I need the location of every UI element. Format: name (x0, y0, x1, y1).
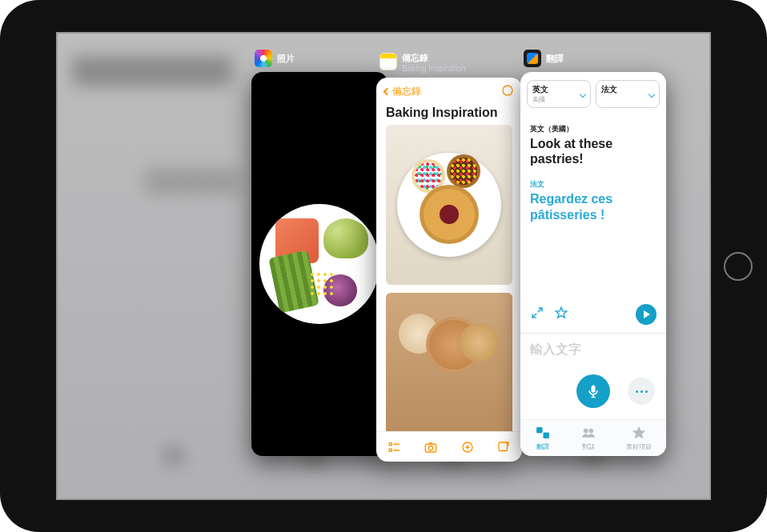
svg-rect-11 (544, 433, 549, 438)
notes-card-body[interactable]: 備忘錄 Baking Inspiration (376, 78, 522, 462)
svg-rect-10 (537, 427, 543, 433)
svg-point-13 (589, 429, 593, 433)
tab-label: 對話 (582, 442, 595, 451)
target-lang-label: 法文 (601, 84, 654, 95)
notes-app-icon (379, 53, 397, 70)
note-image-pastries (386, 125, 512, 285)
app-card-translate[interactable]: 翻譯 英文 美國 法文 (520, 50, 666, 456)
more-options-button[interactable] (628, 378, 655, 405)
markup-button[interactable] (460, 439, 476, 455)
expand-button[interactable] (530, 306, 544, 323)
tab-conversation[interactable]: 對話 (580, 425, 596, 451)
app-card-notes[interactable]: 備忘錄 Baking Inspiration 備忘錄 Baki (376, 50, 522, 462)
target-full-lang-label: 法文 (530, 179, 657, 190)
svg-rect-3 (389, 449, 392, 451)
notes-back-label: 備忘錄 (392, 85, 421, 98)
target-language-picker[interactable]: 法文 (596, 80, 660, 108)
svg-rect-5 (426, 444, 437, 452)
translate-input-area[interactable]: 輸入文字 (520, 334, 666, 360)
notes-nav-bar: 備忘錄 (376, 78, 522, 102)
app-card-label: 照片 (251, 50, 388, 67)
app-label-text: 備忘錄 (402, 53, 428, 62)
ipad-device: 照片 備忘錄 Baking Inspiration (0, 0, 767, 532)
photos-card-body[interactable] (251, 72, 388, 456)
svg-point-0 (503, 86, 512, 95)
app-label-text: 翻譯 (546, 54, 564, 63)
favorite-button[interactable] (554, 306, 568, 323)
source-lang-region: 美國 (532, 95, 585, 104)
home-button[interactable] (724, 252, 753, 281)
note-title: Baking Inspiration (376, 102, 522, 125)
microphone-button[interactable] (576, 374, 610, 408)
translate-app-icon (524, 50, 541, 67)
notes-share-button[interactable] (501, 84, 514, 99)
slide-over-switcher[interactable]: 照片 備忘錄 Baking Inspiration (56, 32, 711, 500)
compose-button[interactable] (496, 439, 512, 455)
app-label-text: 照片 (277, 54, 295, 63)
tab-favorites[interactable]: 喜好項目 (626, 425, 652, 451)
language-picker-row: 英文 美國 法文 (520, 72, 666, 113)
notes-back-button[interactable]: 備忘錄 (384, 85, 421, 98)
note-content[interactable] (376, 125, 522, 431)
translate-card-body[interactable]: 英文 美國 法文 英文（美國） Look at these pastries! (520, 72, 666, 456)
source-text: Look at these pastries! (530, 136, 657, 166)
tab-translate[interactable]: 翻譯 (535, 425, 551, 451)
translation-actions (520, 299, 666, 333)
svg-rect-9 (592, 386, 596, 393)
note-image-conchas (386, 293, 512, 431)
play-audio-button[interactable] (636, 304, 657, 325)
camera-button[interactable] (423, 439, 439, 455)
svg-point-12 (584, 429, 588, 433)
input-placeholder: 輸入文字 (530, 342, 581, 356)
translate-tab-bar: 翻譯 對話 喜好項目 (520, 419, 666, 456)
source-lang-label: 英文 (532, 84, 585, 95)
tab-label: 喜好項目 (626, 442, 652, 451)
svg-rect-1 (389, 442, 392, 445)
translation-content: 英文（美國） Look at these pastries! 法文 Regard… (520, 113, 666, 299)
notes-toolbar (376, 431, 522, 462)
chevron-left-icon (384, 88, 392, 96)
source-full-lang-label: 英文（美國） (530, 124, 657, 134)
screen: 照片 備忘錄 Baking Inspiration (56, 32, 711, 500)
checklist-button[interactable] (387, 439, 403, 455)
svg-rect-8 (499, 442, 508, 451)
target-text: Regardez ces pâtisseries ! (530, 191, 657, 222)
svg-point-6 (429, 446, 433, 450)
app-label-subtitle: Baking Inspiration (402, 64, 466, 73)
photos-app-icon (255, 50, 272, 67)
mic-row (520, 360, 666, 419)
tab-label: 翻譯 (536, 442, 549, 451)
app-card-photos[interactable]: 照片 (251, 50, 388, 456)
source-language-picker[interactable]: 英文 美國 (527, 80, 591, 108)
app-card-label: 翻譯 (520, 50, 666, 67)
photo-food-plate (259, 204, 379, 324)
app-card-label: 備忘錄 Baking Inspiration (376, 50, 522, 73)
